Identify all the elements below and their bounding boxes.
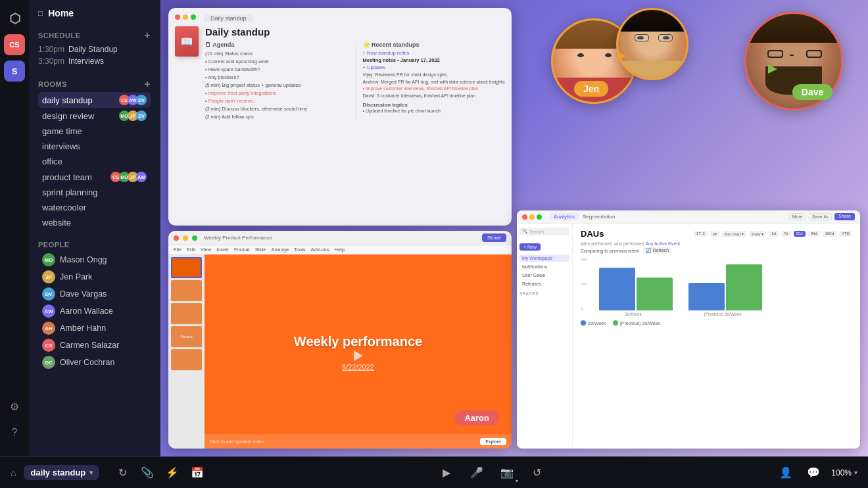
chart-30d[interactable]: 30d	[794, 231, 806, 237]
updates-link[interactable]: + Updates	[363, 64, 506, 70]
slide-thumb-people[interactable]: People	[171, 326, 202, 347]
slide-thumb-3[interactable]	[171, 303, 202, 324]
user-avatar-cs[interactable]: CS	[4, 34, 25, 55]
help-icon[interactable]: ?	[4, 422, 25, 443]
room-design-review[interactable]: design review MO JP DV	[38, 108, 151, 124]
camera-icon[interactable]: 📷 ▾	[497, 463, 517, 483]
room-interviews[interactable]: interviews	[38, 139, 151, 154]
room-website[interactable]: website	[38, 215, 151, 230]
schedule-item-standup[interactable]: 1:30pm Daily Standup	[38, 43, 151, 55]
fullscreen-btn-analytics[interactable]	[537, 214, 542, 220]
dave-cursor	[768, 64, 777, 74]
minimize-btn-doc[interactable]	[183, 14, 188, 20]
schedule-header: Schedule +	[38, 30, 151, 41]
camera-chevron: ▾	[516, 478, 518, 484]
room-sprint-planning[interactable]: sprint planning	[38, 185, 151, 200]
slides-body: People Weekly performance 8/22/2022	[168, 255, 512, 449]
person-jen[interactable]: JP Jen Park	[38, 268, 151, 285]
schedule-item-interviews[interactable]: 3:30pm Interviews	[38, 55, 151, 67]
new-standup-link[interactable]: + New standup notes	[363, 50, 506, 56]
minimize-btn-slides[interactable]	[183, 235, 188, 241]
chart-90d[interactable]: 90d	[808, 231, 820, 237]
sync-icon[interactable]: ↺	[527, 463, 547, 483]
y-axis: 400 200 0	[581, 258, 594, 310]
explore-btn[interactable]: Explore	[480, 438, 506, 445]
slide-main: Weekly performance 8/22/2022 Click to ad…	[205, 255, 512, 449]
avatar-amber: AH	[42, 322, 55, 335]
share-btn-analytics[interactable]: Share	[834, 213, 855, 220]
mic-icon[interactable]: 🎤	[467, 463, 487, 483]
chart-pill-2[interactable]: 2▾	[710, 231, 719, 237]
slide-thumb-1[interactable]	[171, 257, 202, 278]
room-game-time[interactable]: game time	[38, 124, 151, 139]
slide-thumb-5[interactable]	[171, 349, 202, 370]
analytics-tab-seg[interactable]: Segmentation	[583, 214, 615, 220]
avatar-oliver: OC	[42, 356, 55, 369]
chat-icon-btn[interactable]: 💬	[804, 463, 823, 483]
x-label-1: 2d/Week	[596, 312, 670, 316]
chart-bar-chart-icon[interactable]: Bar chart ▾	[722, 231, 746, 237]
calendar-icon[interactable]: 📅	[187, 463, 207, 483]
lightning-icon[interactable]: ⚡	[162, 463, 182, 483]
settings-icon[interactable]: ⚙	[4, 396, 25, 417]
person-icon[interactable]: 👤	[776, 463, 796, 483]
room-watercooler[interactable]: watercooler	[38, 200, 151, 215]
legend-dot-blue	[581, 320, 586, 326]
person-oliver[interactable]: OC Oliver Cochran	[38, 354, 151, 371]
chart-180d[interactable]: 180d	[823, 231, 836, 237]
interviews-time: 3:30pm	[38, 57, 64, 66]
person-dave[interactable]: DV Dave Vargas	[38, 285, 151, 303]
speaker-notes-hint: Click to add speaker notes	[210, 439, 264, 444]
paperclip-icon[interactable]: 📎	[137, 463, 157, 483]
mini-avatar-dv2: DV	[136, 110, 147, 121]
room-name-design-review: design review	[42, 111, 95, 121]
more-btn[interactable]: More	[789, 213, 806, 220]
person-carmen[interactable]: CS Carmen Salazar	[38, 337, 151, 354]
fullscreen-btn-slides[interactable]	[192, 235, 197, 241]
room-product-team[interactable]: product team CS MO JP AW	[38, 169, 151, 185]
minimize-btn-analytics[interactable]	[529, 214, 535, 220]
room-daily-standup[interactable]: daily standup CS AW DV	[38, 92, 151, 108]
person-name-carmen: Carmen Salazar	[60, 341, 119, 350]
chart-daily[interactable]: Daily ▾	[749, 231, 766, 237]
home-icon-btn[interactable]: ⌂	[11, 468, 16, 478]
room-office[interactable]: office	[38, 154, 151, 169]
room-name-display[interactable]: daily standup ▾	[24, 465, 99, 480]
analytics-search[interactable]: 🔍 Search	[519, 228, 569, 235]
user-avatar-s[interactable]: S	[4, 61, 25, 82]
analytics-action-btns: More Save As Share	[789, 213, 855, 220]
slides-title: Weekly Product Performance	[204, 235, 272, 241]
nav-notifications[interactable]: Notifications	[519, 263, 569, 270]
person-name-mason: Mason Ongg	[60, 255, 107, 264]
save-as-btn[interactable]: Save As	[809, 213, 832, 220]
add-schedule-btn[interactable]: +	[144, 30, 151, 41]
nav-workspace[interactable]: My Workspace	[519, 255, 569, 262]
share-btn-slides[interactable]: Share	[482, 233, 506, 242]
analytics-tab-active[interactable]: Analytics	[550, 213, 579, 220]
analytics-controls: 1T: 2 2▾ Bar chart ▾ Daily ▾ 1d 7d 30d 9…	[694, 231, 852, 237]
person-mason[interactable]: MO Mason Ongg	[38, 251, 151, 268]
close-btn-slides[interactable]	[174, 235, 179, 241]
doc-title-bar: Daily standup	[204, 14, 253, 22]
refresh-btn[interactable]: 🔄 Refresh	[643, 247, 671, 254]
chart-pill-1-t[interactable]: 1T: 2	[694, 231, 708, 237]
slide-thumb-2[interactable]	[171, 280, 202, 301]
person-amber[interactable]: AH Amber Hahn	[38, 320, 151, 337]
close-btn-analytics[interactable]	[522, 214, 527, 220]
zoom-chevron[interactable]: ▾	[854, 469, 857, 476]
nav-releases[interactable]: Releases	[519, 280, 569, 287]
chart-1d[interactable]: 1d	[769, 231, 779, 237]
analytics-main: DAUs 1T: 2 2▾ Bar chart ▾ Daily ▾ 1d 7d …	[573, 224, 860, 447]
chart-7d[interactable]: 7d	[781, 231, 791, 237]
new-btn[interactable]: + New	[519, 243, 541, 251]
slide-cursor	[354, 351, 363, 361]
room-avatars-design: MO JP DV	[119, 110, 147, 121]
play-icon[interactable]: ▶	[437, 463, 456, 483]
chart-ytd[interactable]: YTD	[839, 231, 852, 237]
nav-user-goals[interactable]: User Goals	[519, 272, 569, 279]
fullscreen-btn-doc[interactable]	[191, 14, 196, 20]
add-room-btn[interactable]: +	[144, 79, 151, 89]
person-aaron[interactable]: AW Aaron Wallace	[38, 303, 151, 320]
refresh-icon[interactable]: ↻	[112, 463, 132, 483]
close-btn-doc[interactable]	[175, 14, 180, 20]
